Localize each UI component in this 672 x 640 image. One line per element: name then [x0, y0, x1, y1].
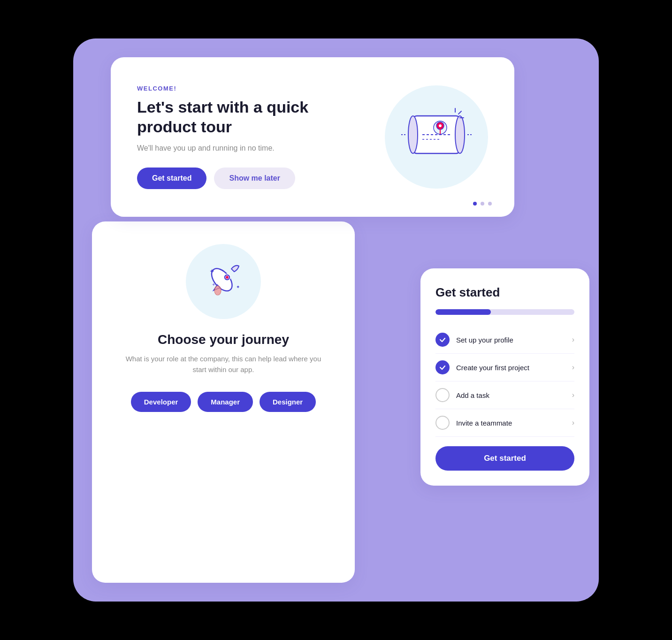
svg-text:✦: ✦	[236, 284, 240, 290]
get-started-button[interactable]: Get started	[137, 168, 206, 189]
product-tour-card: WELCOME! Let's start with a quick produc…	[111, 57, 514, 217]
role-buttons: Developer Manager Designer	[131, 392, 316, 412]
designer-button[interactable]: Designer	[260, 392, 316, 412]
pagination-dots	[473, 202, 492, 206]
dot-2[interactable]	[481, 202, 484, 206]
show-me-later-button[interactable]: Show me later	[214, 168, 295, 189]
tour-title: Let's start with a quick product tour	[137, 98, 344, 137]
checklist-left-1: Set up your profile	[435, 333, 513, 347]
chevron-right-icon-1: ›	[572, 335, 574, 344]
check-circle-pending-4	[435, 416, 450, 430]
tour-card-left: WELCOME! Let's start with a quick produc…	[137, 85, 344, 189]
progress-bar-track	[435, 309, 574, 315]
svg-point-15	[226, 276, 229, 279]
checklist-item-1[interactable]: Set up your profile ›	[435, 326, 574, 354]
checkmark-icon-2	[439, 364, 446, 371]
check-circle-pending-3	[435, 388, 450, 402]
chevron-right-icon-2: ›	[572, 363, 574, 372]
check-circle-done-2	[435, 360, 450, 374]
checklist-left-2: Create your first project	[435, 360, 529, 374]
checklist-label-1: Set up your profile	[456, 336, 513, 344]
developer-button[interactable]: Developer	[131, 392, 191, 412]
get-started-card: Get started Set up your profile ›	[420, 268, 589, 486]
svg-point-7	[439, 124, 442, 127]
journey-illustration: ✦ ✦ ✦	[186, 244, 261, 319]
svg-point-16	[214, 286, 221, 295]
checklist-item-2[interactable]: Create your first project ›	[435, 354, 574, 381]
checklist-item-4[interactable]: Invite a teammate ›	[435, 409, 574, 437]
outer-background: WELCOME! Let's start with a quick produc…	[73, 38, 599, 602]
svg-text:✦: ✦	[209, 267, 215, 275]
journey-subtitle: What is your role at the company, this c…	[118, 354, 328, 375]
checklist-label-2: Create your first project	[456, 364, 529, 372]
progress-bar-fill	[435, 309, 491, 315]
choose-journey-card: ✦ ✦ ✦ Choose your journey What is your r…	[92, 221, 355, 583]
tour-actions: Get started Show me later	[137, 168, 344, 189]
get-started-btn-wrap: Get started	[435, 446, 574, 471]
checklist-item-3[interactable]: Add a task ›	[435, 381, 574, 409]
check-circle-done-1	[435, 333, 450, 347]
tour-subtitle: We'll have you up and running in no time…	[137, 144, 344, 152]
checklist-left-4: Invite a teammate	[435, 416, 512, 430]
map-icon	[399, 102, 474, 172]
chevron-right-icon-3: ›	[572, 391, 574, 399]
get-started-title: Get started	[435, 285, 574, 300]
checklist-label-3: Add a task	[456, 391, 489, 399]
dot-3[interactable]	[488, 202, 492, 206]
checklist-label-4: Invite a teammate	[456, 419, 512, 427]
svg-point-2	[455, 116, 465, 153]
journey-title: Choose your journey	[158, 332, 289, 347]
rocket-icon: ✦ ✦ ✦	[198, 256, 249, 307]
welcome-label: WELCOME!	[137, 85, 344, 92]
checklist-left-3: Add a task	[435, 388, 489, 402]
svg-line-9	[458, 111, 461, 114]
dot-1[interactable]	[473, 202, 477, 206]
svg-text:✦: ✦	[212, 282, 215, 287]
chevron-right-icon-4: ›	[572, 419, 574, 427]
checkmark-icon-1	[439, 336, 446, 343]
get-started-cta-button[interactable]: Get started	[435, 446, 574, 471]
tour-illustration	[385, 85, 488, 189]
svg-point-1	[408, 116, 418, 153]
manager-button[interactable]: Manager	[198, 392, 253, 412]
